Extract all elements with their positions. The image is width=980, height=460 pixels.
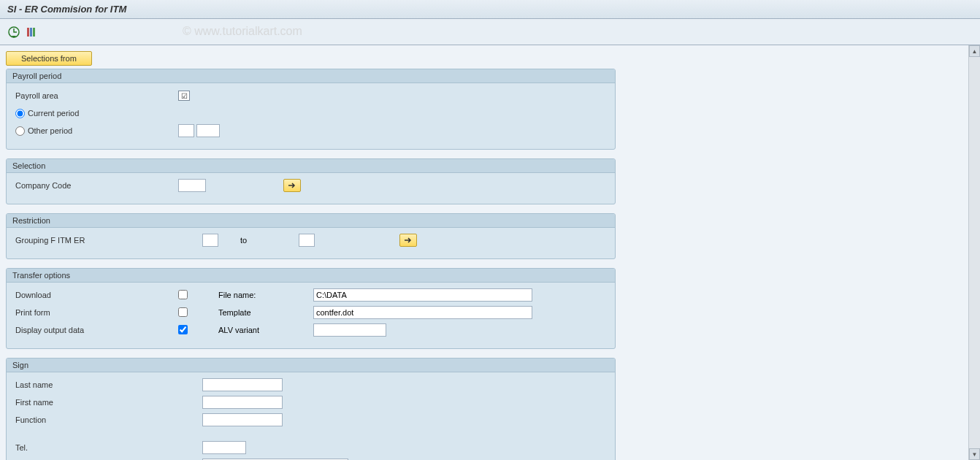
grouping-multi-select-button[interactable] [399,234,417,247]
other-period-input-2[interactable] [196,124,220,137]
group-selection: Selection Company Code [6,158,616,204]
group-header-selection: Selection [7,159,615,173]
download-label: Download [14,291,178,299]
group-sign: Sign Last name First name Function [6,358,616,460]
function-input[interactable] [202,413,283,426]
execute-icon[interactable] [7,26,20,39]
payroll-area-indicator[interactable]: ☑ [178,91,190,101]
grouping-to-input[interactable] [299,234,315,247]
template-label: Template [218,308,313,317]
page-title: SI - ER Commision for ITM [0,0,980,19]
tel-label: Tel. [14,443,202,452]
other-period-input-1[interactable] [178,124,194,137]
display-output-label: Display output data [14,326,178,334]
group-payroll-period: Payroll period Payroll area ☑ Current pe… [6,69,616,150]
file-name-label: File name: [218,291,313,299]
scroll-up-button[interactable]: ▲ [969,45,980,57]
display-output-checkbox[interactable] [178,325,188,334]
radio-other-period[interactable] [15,126,25,136]
main-panel: Selections from Payroll period Payroll a… [0,45,968,460]
file-name-input[interactable] [313,288,532,302]
grouping-from-input[interactable] [202,234,218,247]
group-header-transfer-options: Transfer options [7,269,615,283]
radio-current-period[interactable] [15,109,25,118]
alv-variant-input[interactable] [313,323,386,337]
first-name-input[interactable] [202,396,283,409]
vertical-scrollbar[interactable]: ▲ ▼ [968,45,980,460]
watermark: © www.tutorialkart.com [183,25,302,38]
function-label: Function [14,415,202,424]
to-label: to [218,236,299,245]
selections-from-button[interactable]: Selections from [6,51,92,66]
svg-rect-1 [27,28,29,37]
group-header-payroll-period: Payroll period [7,69,615,83]
group-transfer-options: Transfer options Download File name: Pri… [6,268,616,349]
other-period-label: Other period [28,126,72,135]
payroll-area-label: Payroll area [14,91,178,100]
alv-variant-label: ALV variant [218,326,313,334]
svg-rect-2 [30,28,32,37]
company-code-input[interactable] [178,179,206,192]
print-form-checkbox[interactable] [178,307,188,317]
scroll-down-button[interactable]: ▼ [969,448,980,460]
group-header-sign: Sign [7,359,615,372]
group-header-restriction: Restriction [7,214,615,228]
tel-input[interactable] [202,441,246,454]
svg-rect-3 [33,28,35,37]
company-code-multi-select-button[interactable] [283,179,301,192]
print-form-label: Print form [14,308,178,317]
first-name-label: First name [14,398,202,407]
last-name-label: Last name [14,380,202,389]
download-checkbox[interactable] [178,290,188,299]
last-name-input[interactable] [202,378,283,391]
variant-icon[interactable] [25,26,38,39]
grouping-label: Grouping F ITM ER [14,236,202,245]
toolbar: © www.tutorialkart.com [0,19,980,45]
template-input[interactable] [313,306,532,319]
current-period-label: Current period [28,109,79,118]
company-code-label: Company Code [14,181,178,190]
group-restriction: Restriction Grouping F ITM ER to [6,213,616,259]
